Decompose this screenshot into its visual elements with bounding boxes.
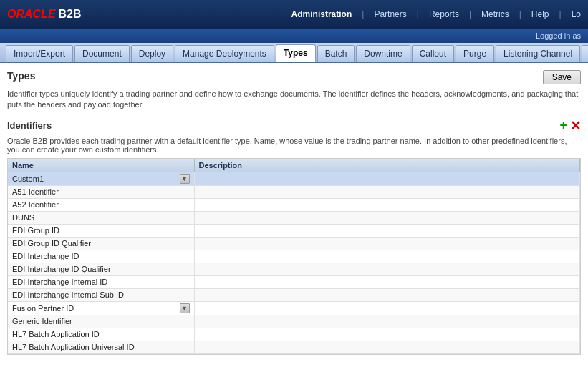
identifier-description-cell (194, 263, 580, 275)
tab-configuration[interactable]: Configuration (582, 45, 588, 62)
table-header-row: Name Description (8, 159, 580, 172)
identifier-name-cell: Generic Identifier (8, 315, 194, 328)
identifier-name-cell: EDI Group ID Qualifier (8, 237, 194, 250)
identifier-name-cell: EDI Interchange Internal Sub ID (8, 288, 194, 301)
nav-reports[interactable]: Reports (429, 9, 459, 19)
tab-callout[interactable]: Callout (412, 45, 454, 62)
identifiers-table: Name Description Custom1▼A51 IdentifierA… (8, 159, 580, 354)
top-header: ORACLE B2B Administration | Partners | R… (0, 0, 588, 29)
identifier-description-cell (194, 211, 580, 224)
tab-batch[interactable]: Batch (317, 45, 355, 62)
identifier-name-cell: EDI Interchange Internal ID (8, 275, 194, 288)
table-row[interactable]: EDI Interchange ID (8, 250, 580, 263)
table-row[interactable]: EDI Interchange Internal Sub ID (8, 288, 580, 301)
b2b-logo: B2B (59, 8, 82, 21)
tab-downtime[interactable]: Downtime (356, 45, 410, 62)
table-row[interactable]: Generic Identifier (8, 315, 580, 328)
identifier-description-cell (194, 328, 580, 341)
table-row[interactable]: HL7 Batch Application Universal ID (8, 341, 580, 353)
add-identifier-icon[interactable]: + (559, 118, 567, 134)
identifier-name-cell: A51 Identifier (8, 185, 194, 198)
main-content: Types Save Identifier types uniquely ide… (0, 63, 588, 372)
page-description: Identifier types uniquely identify a tra… (7, 89, 581, 111)
table-row[interactable]: Custom1▼ (8, 172, 580, 185)
identifier-name-cell: DUNS (8, 211, 194, 224)
page-title-section: Types Save (7, 70, 581, 84)
identifiers-description: Oracle B2B provides each trading partner… (7, 137, 581, 154)
identifiers-title: Identifiers (7, 120, 52, 131)
identifier-name-cell: EDI Interchange ID (8, 250, 194, 263)
table-row[interactable]: A51 Identifier (8, 185, 580, 198)
identifier-description-cell (194, 172, 580, 185)
identifiers-section-header: Identifiers + ✕ (7, 118, 581, 134)
identifier-description-cell (194, 288, 580, 301)
nav-logout[interactable]: Lo (572, 9, 581, 19)
identifier-description-cell (194, 237, 580, 250)
tab-deploy[interactable]: Deploy (131, 45, 173, 62)
table-row[interactable]: A52 Identifier (8, 198, 580, 211)
save-button[interactable]: Save (543, 70, 581, 84)
tab-bar: Import/Export Document Deploy Manage Dep… (0, 43, 588, 63)
col-name: Name (8, 159, 194, 172)
identifier-description-cell (194, 224, 580, 237)
nav-help[interactable]: Help (531, 9, 549, 19)
identifier-name-cell: EDI Interchange ID Qualifier (8, 263, 194, 275)
description-line1: Identifier types uniquely identify a tra… (7, 89, 578, 98)
identifier-description-cell (194, 275, 580, 288)
tab-types[interactable]: Types (276, 44, 316, 62)
table-row[interactable]: EDI Group ID (8, 224, 580, 237)
page-title: Types (7, 70, 35, 82)
oracle-logo: ORACLE (7, 8, 56, 21)
remove-identifier-icon[interactable]: ✕ (570, 118, 581, 134)
identifier-name-cell: A52 Identifier (8, 198, 194, 211)
tab-purge[interactable]: Purge (456, 45, 494, 62)
tab-document[interactable]: Document (74, 45, 130, 62)
table-row[interactable]: DUNS (8, 211, 580, 224)
identifier-name-cell: HL7 Batch Application ID (8, 328, 194, 341)
identifier-name-cell: Custom1▼ (8, 172, 194, 185)
top-nav: Administration | Partners | Reports | Me… (291, 9, 581, 19)
table-row[interactable]: Fusion Partner ID▼ (8, 301, 580, 315)
table-row[interactable]: HL7 Batch Application ID (8, 328, 580, 341)
section-actions: + ✕ (559, 118, 581, 134)
identifier-description-cell (194, 341, 580, 353)
tab-manage-deployments[interactable]: Manage Deployments (175, 45, 274, 62)
table-row[interactable]: EDI Interchange Internal ID (8, 275, 580, 288)
logged-in-text: Logged in as (536, 31, 581, 40)
identifier-name-cell: Fusion Partner ID▼ (8, 301, 194, 315)
logo-area: ORACLE B2B (7, 8, 82, 21)
nav-partners[interactable]: Partners (374, 9, 406, 19)
identifier-name-cell: EDI Group ID (8, 224, 194, 237)
identifiers-table-wrapper[interactable]: Name Description Custom1▼A51 IdentifierA… (7, 158, 581, 355)
identifier-description-cell (194, 250, 580, 263)
identifier-name-cell: HL7 Batch Application Universal ID (8, 341, 194, 353)
identifier-description-cell (194, 315, 580, 328)
sub-header: Logged in as (0, 29, 588, 43)
table-row[interactable]: EDI Interchange ID Qualifier (8, 263, 580, 275)
identifier-description-cell (194, 185, 580, 198)
col-description: Description (194, 159, 580, 172)
identifier-description-cell (194, 301, 580, 315)
description-line2: puts the headers and payload together. (7, 100, 144, 109)
identifier-description-cell (194, 198, 580, 211)
table-row[interactable]: EDI Group ID Qualifier (8, 237, 580, 250)
tab-import-export[interactable]: Import/Export (6, 45, 73, 62)
nav-administration[interactable]: Administration (291, 9, 352, 19)
tab-listening-channel[interactable]: Listening Channel (496, 45, 580, 62)
nav-metrics[interactable]: Metrics (481, 9, 509, 19)
